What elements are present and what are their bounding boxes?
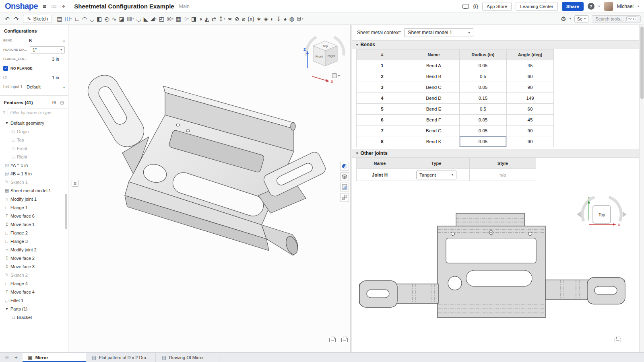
share-button[interactable]: Share	[562, 2, 584, 11]
bend-row[interactable]: 1 Bend A 0.05 45	[357, 60, 554, 71]
circular-pattern-icon[interactable]: ◌	[182, 14, 190, 23]
bend-name[interactable]: Bend K	[408, 136, 460, 147]
rollback-icon[interactable]: ◷	[60, 100, 64, 105]
joint-type-dropdown[interactable]: Tangent	[416, 171, 456, 179]
feature-tree-item[interactable]: ↥ Move face 3	[0, 262, 68, 271]
feature-tree-item[interactable]: ∟ Flange 2	[0, 228, 68, 237]
bend-angle[interactable]: 60	[507, 71, 554, 82]
feature-tree-item[interactable]: ↥ Move face 1	[0, 220, 68, 228]
mirror-icon[interactable]: ◨	[190, 14, 198, 23]
config-row-feature-dia[interactable]: FEATURE DIA... 1"	[0, 45, 68, 54]
help-icon[interactable]: ?	[588, 3, 594, 10]
3d-viewport[interactable]: Top Front Right Z X ▾ ≣	[68, 25, 350, 352]
context-dropdown[interactable]: Sheet metal model 1	[404, 28, 473, 37]
insert-icon[interactable]: ⌖	[62, 3, 65, 10]
named-views-icon[interactable]: ◈	[262, 14, 269, 23]
featurescript-icon[interactable]: {/}	[473, 4, 478, 9]
linear-pattern-icon[interactable]: ▦	[175, 14, 182, 23]
document-tab[interactable]: ▤ Drawing Of Mirror	[156, 353, 219, 362]
shell-icon[interactable]: ◰	[158, 14, 165, 23]
appearance-icon[interactable]: ◕	[282, 14, 288, 23]
tab-manager-icon[interactable]: ≣	[5, 354, 9, 360]
bend-row[interactable]: 7 Bend G 0.05 90	[357, 125, 554, 136]
view-cube[interactable]: Top Front Right Z X	[301, 31, 349, 87]
hem-tool-icon[interactable]: ◠	[81, 14, 88, 23]
section-view-icon[interactable]: ◐	[269, 14, 275, 23]
hide-show-icon[interactable]: ◍	[288, 14, 295, 23]
feature-filter-input[interactable]	[8, 109, 68, 116]
print-icon[interactable]	[615, 338, 621, 342]
exploded-view-icon[interactable]	[340, 193, 349, 202]
document-tab[interactable]: ▤ Flat pattern of D x 2 Dra...	[86, 353, 156, 362]
app-store-button[interactable]: App Store	[482, 2, 512, 11]
chevron-down-icon[interactable]	[63, 84, 65, 89]
feature-tree-item[interactable]: ▤ Sheet metal model 1	[0, 186, 68, 195]
right-scrollbar[interactable]	[639, 25, 644, 352]
bend-name[interactable]: Bend C	[408, 82, 460, 93]
bend-name[interactable]: Bend G	[408, 125, 460, 136]
bend-number[interactable]: 5	[357, 104, 408, 115]
boolean-icon[interactable]: ◑	[198, 14, 203, 23]
user-avatar[interactable]	[604, 2, 613, 11]
bend-radius[interactable]: 0.05	[460, 60, 507, 71]
view-orientation-icon[interactable]	[340, 172, 349, 181]
flange-tool-icon[interactable]: ∟	[73, 14, 81, 23]
feature-tree-item[interactable]: (x) #B = 1.5 in	[0, 169, 68, 178]
search-tools-input[interactable]: Search tools... ⌥ C	[592, 15, 641, 23]
joint-row[interactable]: Joint H Tangent n/a	[357, 169, 536, 181]
bend-radius[interactable]: 0.5	[460, 104, 507, 115]
feature-tree-item[interactable]: ✎ Sketch 2	[0, 271, 68, 279]
print-icon[interactable]	[329, 338, 336, 342]
feature-tree-item[interactable]: ▾ Parts (1)	[0, 304, 68, 313]
user-name[interactable]: Michael	[617, 4, 634, 9]
se-badge[interactable]: Se ▾	[574, 15, 588, 23]
feature-list-toggle[interactable]: ≣	[72, 180, 78, 187]
bend-angle[interactable]: 90	[507, 136, 554, 147]
other-joints-section-header[interactable]: ▾ Other joints	[352, 149, 639, 158]
flat-pattern-view[interactable]: Top Y X	[352, 185, 639, 346]
feature-tree-item[interactable]: ◡ Fillet 1	[0, 296, 68, 304]
tab-tool-icon[interactable]: ◫	[63, 14, 73, 23]
config-row-l2[interactable]: L2 1 in	[0, 73, 68, 82]
export-icon[interactable]: ↧	[275, 14, 283, 23]
bend-number[interactable]: 8	[357, 136, 408, 147]
bend-name[interactable]: Bend F	[408, 115, 460, 125]
bend-number[interactable]: 6	[357, 115, 408, 125]
bend-row[interactable]: 4 Bend D 0.15 149	[357, 93, 554, 104]
no-flange-checkbox[interactable]: ✓	[3, 66, 8, 71]
bend-angle[interactable]: 45	[507, 115, 554, 125]
bend-number[interactable]: 2	[357, 71, 408, 82]
bends-section-header[interactable]: ▾ Bends	[352, 40, 639, 49]
add-folder-icon[interactable]: ⊞	[52, 100, 56, 105]
feature-tree-item[interactable]: ◎ Origin	[0, 127, 68, 136]
workspace-name[interactable]: Main	[179, 4, 190, 9]
config-row-no-flange[interactable]: ✓ NO FLANGE	[0, 64, 68, 73]
extrude-icon[interactable]: ◧	[95, 14, 103, 23]
config-row-bend[interactable]: BEND B	[0, 36, 68, 45]
learning-center-button[interactable]: Learning Center	[516, 2, 557, 11]
bend-name[interactable]: Bend D	[408, 93, 460, 104]
bend-angle[interactable]: 90	[507, 82, 554, 93]
feature-tree-item[interactable]: ↥ Move face 4	[0, 288, 68, 296]
document-tab[interactable]: ▣ Mirror	[23, 353, 86, 362]
feature-tree-item[interactable]: ▾ Default geometry	[0, 119, 68, 127]
fillet-icon[interactable]: ◡	[135, 14, 142, 23]
view-options-cube-icon[interactable]: ▾	[332, 73, 340, 78]
loft-icon[interactable]: ◪	[118, 14, 126, 23]
bend-radius[interactable]: 0.05	[460, 115, 507, 125]
left-panel-scrollbar[interactable]	[65, 194, 67, 229]
feature-tree-item[interactable]: ∟ Flange 3	[0, 237, 68, 245]
joint-name[interactable]: Joint H	[357, 169, 403, 181]
bend-row[interactable]: 8 Bend K 0.05 90	[357, 136, 554, 147]
joint-style[interactable]: n/a	[470, 169, 536, 181]
variable-studio-icon[interactable]: (x)	[246, 14, 255, 23]
redo-icon[interactable]: ↷	[12, 15, 21, 23]
configurations-icon[interactable]: ∗	[256, 14, 263, 23]
bend-tool-icon[interactable]: ◡	[88, 14, 95, 23]
draft-icon[interactable]: ◢	[149, 14, 158, 23]
feature-tree-item[interactable]: ◻ Bracket	[0, 313, 68, 321]
comments-icon[interactable]	[462, 4, 469, 9]
bend-number[interactable]: 4	[357, 93, 408, 104]
bend-radius[interactable]: 0.05	[460, 82, 507, 93]
hole-icon[interactable]: ◎	[165, 14, 175, 23]
